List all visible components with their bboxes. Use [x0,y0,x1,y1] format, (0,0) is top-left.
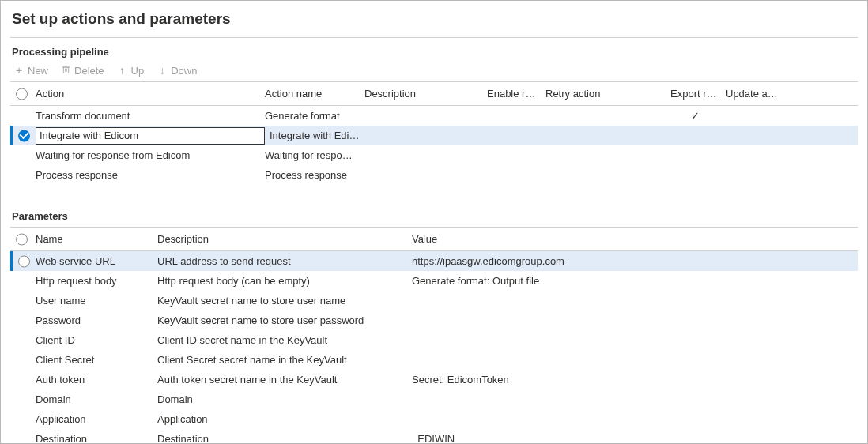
col-description[interactable]: Description [364,88,487,100]
dialog-frame: Set up actions and parameters Processing… [0,0,868,444]
cell-action[interactable]: Waiting for response from Edicom [36,149,265,161]
actions-header-row: Action Action name Description Enable re… [10,82,858,106]
cell-value[interactable]: https://ipaasgw.edicomgroup.com [412,255,858,267]
cell-value[interactable]: Secret: EdicomToken [412,374,858,386]
trash-icon [61,64,71,77]
cell-description[interactable]: Auth token secret name in the KeyVault [157,374,412,386]
parameters-row[interactable]: Client SecretClient Secret secret name i… [10,350,858,370]
cell-action-name[interactable]: Process response [265,169,364,181]
parameters-row[interactable]: Http request bodyHttp request body (can … [10,271,858,291]
cell-name[interactable]: Domain [36,393,157,405]
select-all-circle[interactable] [16,233,28,245]
cell-action[interactable]: Process response [36,169,265,181]
col-retry-action[interactable]: Retry action [545,88,670,100]
cell-name[interactable]: Auth token [36,374,157,386]
parameters-row[interactable]: DestinationDestination_EDIWIN [10,429,858,444]
cell-description[interactable]: Client ID secret name in the KeyVault [157,334,412,346]
parameters-row[interactable]: PasswordKeyVault secret name to store us… [10,310,858,330]
col-action[interactable]: Action [36,88,265,100]
cell-description[interactable]: URL address to send request [157,255,412,267]
col-export-result[interactable]: Export result [670,88,726,100]
delete-label: Delete [74,65,104,77]
divider [10,37,858,38]
arrow-up-icon: ↑ [117,65,128,76]
cell-description[interactable]: Http request body (can be empty) [157,275,412,287]
actions-row[interactable]: Waiting for response from EdicomWaiting … [10,145,858,165]
cell-name[interactable]: Web service URL [36,255,157,267]
cell-name[interactable]: Application [36,413,157,425]
up-button[interactable]: ↑ Up [117,65,145,77]
cell-description[interactable]: Application [157,413,412,425]
cell-value[interactable]: _EDIWIN [412,433,858,444]
delete-button[interactable]: Delete [61,64,104,77]
parameters-grid: Name Description Value Web service URLUR… [10,227,858,444]
parameters-row[interactable]: Auth tokenAuth token secret name in the … [10,370,858,389]
cell-value[interactable]: Generate format: Output file [412,275,858,287]
col-update-action[interactable]: Update act... [726,88,789,100]
arrow-down-icon: ↓ [157,65,168,76]
section-header-parameters: Parameters [10,205,858,227]
col-action-name[interactable]: Action name [265,88,364,100]
actions-row[interactable]: Process responseProcess response [10,165,858,185]
parameters-row[interactable]: ApplicationApplication [10,409,858,429]
svg-rect-0 [63,67,69,73]
cell-export-result[interactable]: ✓ [670,110,726,122]
cell-name[interactable]: Http request body [36,275,157,287]
cell-name[interactable]: Client Secret [36,354,157,366]
cell-name[interactable]: Destination [36,433,157,444]
page-title: Set up actions and parameters [10,9,858,37]
down-button[interactable]: ↓ Down [157,65,197,77]
new-label: New [28,65,48,77]
parameters-header-row: Name Description Value [10,228,858,251]
parameters-row[interactable]: Client IDClient ID secret name in the Ke… [10,330,858,350]
cell-name[interactable]: Client ID [36,334,157,346]
parameters-row[interactable]: Web service URLURL address to send reque… [10,251,858,271]
cell-name[interactable]: User name [36,295,157,307]
cell-description[interactable]: Client Secret secret name in the KeyVaul… [157,354,412,366]
select-all-circle[interactable] [16,88,28,100]
cell-description[interactable]: Destination [157,433,412,444]
section-header-pipeline: Processing pipeline [10,41,858,62]
down-label: Down [171,65,197,77]
cell-description[interactable]: KeyVault secret name to store user name [157,295,412,307]
up-label: Up [131,65,145,77]
col-description[interactable]: Description [157,233,412,245]
actions-row[interactable]: Integrate with EdicomIntegrate with Edic… [10,126,858,145]
cell-action[interactable]: Transform document [36,110,265,122]
cell-action-name[interactable]: Integrate with Edicom [270,130,369,141]
plus-icon: + [13,65,25,76]
cell-action[interactable]: Integrate with Edicom [36,127,265,145]
cell-description[interactable]: KeyVault secret name to store user passw… [157,314,412,326]
toolbar: + New Delete ↑ Up ↓ Down [10,62,858,81]
row-selected-indicator[interactable] [18,130,30,141]
cell-action-name[interactable]: Waiting for response fro... [265,149,364,161]
row-select-circle[interactable] [18,255,30,267]
new-button[interactable]: + New [13,65,48,77]
actions-row[interactable]: Transform documentGenerate format✓ [10,106,858,126]
cell-description[interactable]: Domain [157,393,412,405]
actions-grid: Action Action name Description Enable re… [10,81,858,185]
cell-action-name[interactable]: Generate format [265,110,364,122]
col-enable-retry[interactable]: Enable retry [487,88,545,100]
cell-name[interactable]: Password [36,314,157,326]
parameters-row[interactable]: User nameKeyVault secret name to store u… [10,291,858,310]
col-name[interactable]: Name [36,233,157,245]
parameters-row[interactable]: DomainDomain [10,389,858,409]
col-value[interactable]: Value [412,233,858,245]
